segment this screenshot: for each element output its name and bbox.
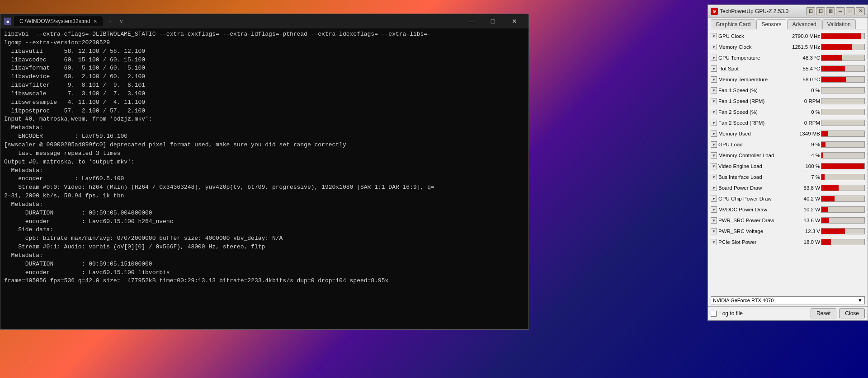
sensor-dropdown-4[interactable]: ▼ bbox=[711, 76, 717, 83]
sensor-label-2: ▼ GPU Temperature bbox=[711, 55, 790, 61]
sensor-value-3: 55.4 °C bbox=[791, 66, 820, 71]
sensor-bar-11 bbox=[821, 153, 823, 158]
sensor-dropdown-15[interactable]: ▼ bbox=[711, 196, 717, 202]
sensor-row: ▼ Board Power Draw 53.8 W bbox=[711, 183, 865, 193]
sensor-dropdown-18[interactable]: ▼ bbox=[711, 228, 717, 234]
sensor-value-4: 58.0 °C bbox=[791, 77, 820, 82]
sensor-bar-12 bbox=[821, 163, 864, 169]
gpuz-close-button[interactable]: ✕ bbox=[856, 7, 865, 15]
sensor-row: ▼ MVDDC Power Draw 10.2 W bbox=[711, 205, 865, 215]
sensor-dropdown-7[interactable]: ▼ bbox=[711, 109, 717, 115]
cmd-close-button[interactable]: ✕ bbox=[504, 14, 525, 28]
sensor-label-1: ▼ Memory Clock bbox=[711, 44, 790, 50]
sensor-dropdown-14[interactable]: ▼ bbox=[711, 185, 717, 191]
gpuz-gpu-dropdown-icon[interactable]: ▼ bbox=[858, 298, 863, 303]
sensor-value-16: 10.2 W bbox=[791, 207, 820, 212]
cmd-add-tab-button[interactable]: + bbox=[105, 17, 115, 25]
sensor-dropdown-3[interactable]: ▼ bbox=[711, 65, 717, 72]
sensor-dropdown-1[interactable]: ▼ bbox=[711, 44, 717, 50]
sensor-bar-container-10 bbox=[821, 141, 865, 148]
sensor-dropdown-16[interactable]: ▼ bbox=[711, 206, 717, 213]
sensor-value-5: 0 % bbox=[791, 88, 820, 93]
cmd-window: ■ C:\WINDOWS\system32\cmd ✕ + ∨ — □ ✕ li… bbox=[0, 14, 529, 330]
sensor-bar-container-5 bbox=[821, 87, 865, 93]
cmd-window-icon: ■ bbox=[4, 18, 11, 25]
gpuz-reset-button[interactable]: Reset bbox=[811, 308, 836, 318]
sensor-label-14: ▼ Board Power Draw bbox=[711, 185, 790, 191]
tab-advanced[interactable]: Advanced bbox=[787, 19, 821, 29]
sensor-row: ▼ Fan 2 Speed (RPM) 0 RPM bbox=[711, 118, 865, 128]
tab-validation[interactable]: Validation bbox=[822, 19, 856, 29]
sensor-row: ▼ Video Engine Load 100 % bbox=[711, 161, 865, 171]
sensor-label-16: ▼ MVDDC Power Draw bbox=[711, 206, 790, 213]
sensor-row: ▼ Memory Used 1349 MB bbox=[711, 129, 865, 139]
sensor-label-11: ▼ Memory Controller Load bbox=[711, 152, 790, 159]
sensor-dropdown-2[interactable]: ▼ bbox=[711, 55, 717, 61]
sensor-value-14: 53.8 W bbox=[791, 185, 820, 191]
sensor-value-2: 48.3 °C bbox=[791, 55, 820, 61]
sensor-row: ▼ Memory Temperature 58.0 °C bbox=[711, 75, 865, 84]
sensor-dropdown-17[interactable]: ▼ bbox=[711, 217, 717, 224]
sensor-dropdown-0[interactable]: ▼ bbox=[711, 33, 717, 39]
sensor-dropdown-10[interactable]: ▼ bbox=[711, 141, 717, 148]
gpuz-icon3[interactable]: ⊠ bbox=[826, 7, 835, 15]
sensor-row: ▼ Bus Interface Load 7 % bbox=[711, 172, 865, 182]
sensor-bar-container-15 bbox=[821, 196, 865, 202]
sensor-bar-container-1 bbox=[821, 44, 865, 50]
sensor-label-3: ▼ Hot Spot bbox=[711, 65, 790, 72]
cmd-titlebar: ■ C:\WINDOWS\system32\cmd ✕ + ∨ — □ ✕ bbox=[0, 14, 528, 28]
sensor-value-8: 0 RPM bbox=[791, 120, 820, 126]
cmd-tab-chevron-icon[interactable]: ∨ bbox=[118, 18, 125, 24]
gpuz-gpu-selector[interactable]: NVIDIA GeForce RTX 4070 ▼ bbox=[711, 296, 865, 304]
sensor-dropdown-19[interactable]: ▼ bbox=[711, 239, 717, 245]
sensor-row: ▼ Fan 1 Speed (%) 0 % bbox=[711, 85, 865, 95]
sensor-dropdown-9[interactable]: ▼ bbox=[711, 131, 717, 137]
gpuz-log-checkbox[interactable] bbox=[711, 311, 717, 317]
sensor-value-0: 2790.0 MHz bbox=[791, 33, 820, 39]
sensor-row: ▼ Fan 2 Speed (%) 0 % bbox=[711, 107, 865, 117]
sensor-row: ▼ Memory Clock 1281.5 MHz bbox=[711, 42, 865, 52]
cmd-minimize-button[interactable]: — bbox=[461, 14, 481, 28]
sensor-bar-18 bbox=[821, 229, 845, 234]
gpuz-icon2[interactable]: ⊡ bbox=[816, 7, 825, 15]
sensor-row: ▼ Fan 1 Speed (RPM) 0 RPM bbox=[711, 96, 865, 106]
sensor-label-5: ▼ Fan 1 Speed (%) bbox=[711, 87, 790, 93]
gpuz-close-footer-button[interactable]: Close bbox=[839, 308, 865, 318]
sensor-dropdown-8[interactable]: ▼ bbox=[711, 120, 717, 126]
sensor-row: ▼ GPU Chip Power Draw 40.2 W bbox=[711, 194, 865, 204]
gpuz-app-icon: G bbox=[711, 8, 718, 15]
gpuz-minimize-button[interactable]: ─ bbox=[836, 7, 845, 15]
sensor-bar-3 bbox=[821, 66, 845, 71]
sensor-bar-13 bbox=[821, 174, 825, 180]
sensor-dropdown-6[interactable]: ▼ bbox=[711, 98, 717, 104]
gpuz-footer: Log to file Reset Close bbox=[708, 306, 868, 320]
sensor-dropdown-11[interactable]: ▼ bbox=[711, 152, 717, 159]
tab-sensors[interactable]: Sensors bbox=[756, 19, 786, 29]
sensor-dropdown-13[interactable]: ▼ bbox=[711, 174, 717, 180]
gpuz-title-text: TechPowerUp GPU-Z 2.53.0 bbox=[720, 8, 806, 14]
gpuz-maximize-button[interactable]: □ bbox=[846, 7, 855, 15]
sensor-bar-container-19 bbox=[821, 239, 865, 245]
sensor-label-17: ▼ PWR_SRC Power Draw bbox=[711, 217, 790, 224]
sensor-bar-1 bbox=[821, 44, 852, 50]
sensor-row: ▼ Hot Spot 55.4 °C bbox=[711, 64, 865, 74]
sensor-value-12: 100 % bbox=[791, 163, 820, 169]
cmd-maximize-button[interactable]: □ bbox=[482, 14, 503, 28]
sensor-bar-container-2 bbox=[821, 55, 865, 61]
tab-graphics-card[interactable]: Graphics Card bbox=[711, 19, 755, 29]
sensor-bar-container-13 bbox=[821, 174, 865, 180]
gpuz-tabs: Graphics Card Sensors Advanced Validatio… bbox=[708, 18, 868, 29]
sensor-value-17: 13.6 W bbox=[791, 218, 820, 223]
cmd-tab-close-icon[interactable]: ✕ bbox=[93, 19, 97, 24]
sensor-bar-15 bbox=[821, 196, 835, 201]
gpuz-window-controls: ⊞ ⊡ ⊠ ─ □ ✕ bbox=[806, 7, 865, 15]
sensor-bar-container-17 bbox=[821, 217, 865, 224]
sensor-label-7: ▼ Fan 2 Speed (%) bbox=[711, 109, 790, 115]
gpuz-icon1[interactable]: ⊞ bbox=[806, 7, 815, 15]
sensor-dropdown-12[interactable]: ▼ bbox=[711, 163, 717, 169]
cmd-tab[interactable]: C:\WINDOWS\system32\cmd ✕ bbox=[14, 16, 103, 26]
sensor-label-15: ▼ GPU Chip Power Draw bbox=[711, 196, 790, 202]
sensor-label-13: ▼ Bus Interface Load bbox=[711, 174, 790, 180]
sensor-dropdown-5[interactable]: ▼ bbox=[711, 87, 717, 93]
sensor-row: ▼ PWR_SRC Power Draw 13.6 W bbox=[711, 215, 865, 225]
